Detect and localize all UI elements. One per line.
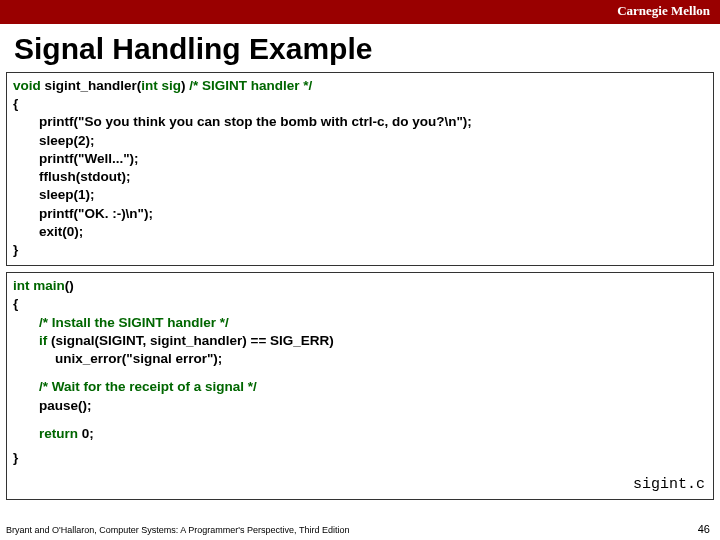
- brace-close: }: [13, 449, 707, 467]
- code-line: pause();: [13, 397, 707, 415]
- source-filename: sigint.c: [633, 475, 705, 495]
- code-line: void sigint_handler(int sig) /* SIGINT h…: [13, 77, 707, 95]
- comment: /* SIGINT handler */: [189, 78, 312, 93]
- brace-open: {: [13, 95, 707, 113]
- university-label: Carnegie Mellon: [617, 3, 710, 19]
- code-block-handler: void sigint_handler(int sig) /* SIGINT h…: [6, 72, 714, 266]
- code-line: unix_error("signal error");: [13, 350, 707, 368]
- code-line: exit(0);: [13, 223, 707, 241]
- code-line: sleep(1);: [13, 186, 707, 204]
- brace-open: {: [13, 295, 707, 313]
- paren: (): [65, 278, 74, 293]
- keyword-void: void: [13, 78, 41, 93]
- code-line: return 0;: [13, 425, 707, 443]
- keyword-int: int: [141, 78, 158, 93]
- code-line: fflush(stdout);: [13, 168, 707, 186]
- code-line: int main(): [13, 277, 707, 295]
- fn-main: main: [30, 278, 65, 293]
- code-line: if (signal(SIGINT, sigint_handler) == SI…: [13, 332, 707, 350]
- code-line: printf("Well...");: [13, 150, 707, 168]
- code-block-main: int main() { /* Install the SIGINT handl…: [6, 272, 714, 500]
- slide-title: Signal Handling Example: [0, 24, 720, 72]
- comment: /* Install the SIGINT handler */: [13, 314, 707, 332]
- code-line: printf("OK. :-)\n");: [13, 205, 707, 223]
- page-number: 46: [698, 523, 710, 535]
- param: sig: [158, 78, 181, 93]
- blank-line: [13, 368, 707, 378]
- fn-name: sigint_handler(: [41, 78, 142, 93]
- if-cond: (signal(SIGINT, sigint_handler) == SIG_E…: [47, 333, 334, 348]
- code-line: sleep(2);: [13, 132, 707, 150]
- keyword-if: if: [39, 333, 47, 348]
- blank-line: [13, 415, 707, 425]
- footer-citation: Bryant and O'Hallaron, Computer Systems:…: [6, 525, 349, 535]
- keyword-return: return: [39, 426, 78, 441]
- keyword-int: int: [13, 278, 30, 293]
- comment: /* Wait for the receipt of a signal */: [13, 378, 707, 396]
- code-line: printf("So you think you can stop the bo…: [13, 113, 707, 131]
- return-val: 0;: [78, 426, 94, 441]
- header-bar: Carnegie Mellon: [0, 0, 720, 24]
- brace-close: }: [13, 241, 707, 259]
